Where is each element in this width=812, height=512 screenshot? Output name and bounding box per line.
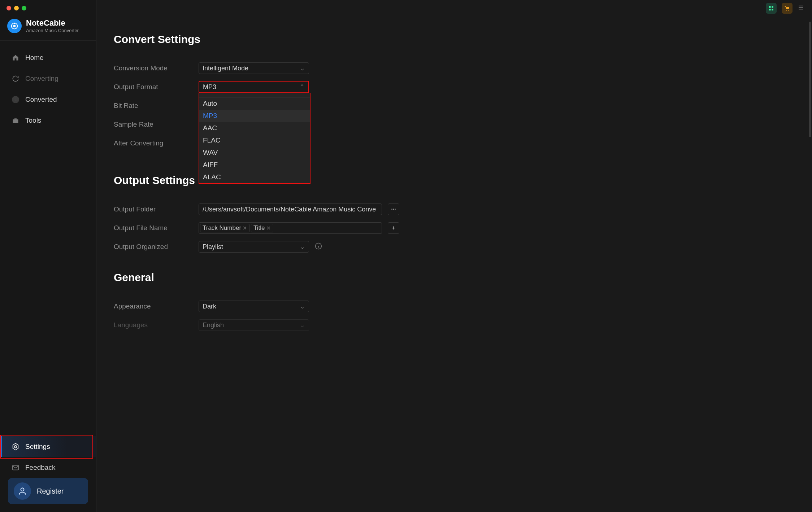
window-maximize-button[interactable] bbox=[22, 6, 26, 10]
select-appearance[interactable]: Dark ⌄ bbox=[199, 301, 309, 312]
dropdown-option-aiff[interactable]: AIFF bbox=[199, 159, 310, 171]
label-bit-rate: Bit Rate bbox=[114, 102, 199, 110]
select-languages[interactable]: English ⌄ bbox=[199, 319, 309, 331]
label-output-folder: Output Folder bbox=[114, 205, 199, 213]
select-conversion-mode[interactable]: Intelligent Mode ⌄ bbox=[199, 62, 309, 74]
titlebar bbox=[96, 0, 812, 17]
label-conversion-mode: Conversion Mode bbox=[114, 64, 199, 72]
chevron-down-icon: ⌄ bbox=[300, 243, 305, 251]
tag-label: Title bbox=[253, 224, 265, 232]
dropdown-option-wav[interactable]: WAV bbox=[199, 146, 310, 159]
menu-button[interactable] bbox=[798, 4, 804, 12]
sidebar-item-label: Converted bbox=[25, 96, 57, 104]
app-subtitle: Amazon Music Converter bbox=[26, 28, 79, 33]
row-output-folder: Output Folder /Users/anvsoft/Documents/N… bbox=[114, 200, 795, 219]
svg-text:L: L bbox=[14, 98, 17, 102]
dropdown-option-alac[interactable]: ALAC bbox=[199, 171, 310, 183]
toolbox-button[interactable] bbox=[766, 3, 777, 14]
sidebar-item-label: Feedback bbox=[25, 464, 55, 472]
home-icon bbox=[11, 53, 20, 62]
label-sample-rate: Sample Rate bbox=[114, 121, 199, 128]
info-icon[interactable] bbox=[315, 242, 322, 251]
sidebar-item-label: Home bbox=[25, 54, 44, 62]
remove-tag-icon[interactable]: ✕ bbox=[266, 225, 271, 231]
filename-tag[interactable]: Track Number✕ bbox=[200, 224, 249, 232]
sidebar-item-converted[interactable]: L Converted bbox=[0, 89, 96, 110]
tag-label: Track Number bbox=[203, 224, 241, 232]
dropdown-output-format: AutoMP3AACFLACWAVAIFFALAC bbox=[199, 93, 311, 184]
scrollbar[interactable] bbox=[809, 22, 811, 505]
browse-folder-button[interactable]: ··· bbox=[388, 204, 399, 215]
svg-rect-13 bbox=[772, 9, 773, 10]
row-output-filename: Output File Name Track Number✕Title✕ + bbox=[114, 219, 795, 237]
select-output-format[interactable]: MP3 ⌃ bbox=[199, 81, 309, 93]
sidebar-item-label: Converting bbox=[25, 75, 58, 83]
chevron-up-icon: ⌃ bbox=[299, 83, 305, 91]
active-indicator bbox=[0, 436, 2, 457]
dropdown-option-aac[interactable]: AAC bbox=[199, 122, 310, 134]
section-general: General bbox=[114, 271, 795, 284]
sidebar-item-feedback[interactable]: Feedback bbox=[0, 457, 96, 478]
add-filename-tag-button[interactable]: + bbox=[388, 222, 399, 234]
svg-rect-4 bbox=[13, 119, 18, 123]
sidebar-nav: Home Converting L Converted Tools bbox=[0, 41, 96, 436]
feedback-icon bbox=[11, 463, 20, 472]
chevron-down-icon: ⌄ bbox=[300, 64, 305, 72]
dropdown-option-mp3[interactable]: MP3 bbox=[199, 110, 310, 122]
register-button[interactable]: Register bbox=[8, 478, 88, 504]
cart-button[interactable] bbox=[782, 3, 793, 14]
settings-content: Convert Settings Conversion Mode Intelli… bbox=[96, 33, 812, 356]
sidebar-item-converting[interactable]: Converting bbox=[0, 68, 96, 89]
label-output-organized: Output Organized bbox=[114, 243, 199, 251]
user-icon bbox=[14, 482, 31, 500]
section-convert-settings: Convert Settings bbox=[114, 33, 795, 45]
sidebar: NoteCable Amazon Music Converter Home Co… bbox=[0, 0, 96, 512]
dropdown-option-auto[interactable]: Auto bbox=[199, 97, 310, 110]
scrollbar-thumb[interactable] bbox=[809, 22, 811, 137]
tools-icon bbox=[11, 116, 20, 125]
svg-rect-5 bbox=[14, 118, 17, 119]
input-output-folder[interactable]: /Users/anvsoft/Documents/NoteCable Amazo… bbox=[199, 204, 382, 215]
remove-tag-icon[interactable]: ✕ bbox=[243, 225, 247, 231]
ellipsis-icon: ··· bbox=[391, 206, 396, 213]
label-after-converting: After Converting bbox=[114, 139, 199, 147]
select-value: Intelligent Mode bbox=[203, 65, 248, 72]
svg-point-7 bbox=[14, 446, 17, 448]
select-value: MP3 bbox=[203, 83, 216, 91]
svg-point-15 bbox=[788, 10, 789, 10]
label-output-format: Output Format bbox=[114, 83, 199, 91]
svg-point-9 bbox=[21, 488, 24, 491]
app-window: NoteCable Amazon Music Converter Home Co… bbox=[0, 0, 812, 512]
input-value: /Users/anvsoft/Documents/NoteCable Amazo… bbox=[203, 206, 376, 213]
window-controls bbox=[0, 0, 96, 17]
sidebar-item-home[interactable]: Home bbox=[0, 47, 96, 68]
register-label: Register bbox=[37, 487, 64, 495]
brand-header: NoteCable Amazon Music Converter bbox=[0, 17, 96, 41]
select-output-organized[interactable]: Playlist ⌄ bbox=[199, 241, 309, 253]
divider bbox=[114, 50, 795, 50]
window-minimize-button[interactable] bbox=[14, 6, 19, 10]
window-close-button[interactable] bbox=[6, 6, 11, 10]
input-output-filename[interactable]: Track Number✕Title✕ bbox=[199, 222, 382, 234]
filename-tag[interactable]: Title✕ bbox=[251, 224, 273, 232]
sidebar-item-label: Tools bbox=[25, 117, 41, 124]
label-languages: Languages bbox=[114, 321, 199, 329]
converting-icon bbox=[11, 74, 20, 83]
app-logo-icon bbox=[7, 19, 22, 33]
divider bbox=[114, 288, 795, 288]
dropdown-option-flac[interactable]: FLAC bbox=[199, 134, 310, 146]
select-value: Playlist bbox=[203, 243, 223, 251]
sidebar-item-settings[interactable]: Settings bbox=[0, 436, 96, 457]
label-output-filename: Output File Name bbox=[114, 224, 199, 232]
settings-icon bbox=[11, 442, 20, 451]
plus-icon: + bbox=[392, 225, 395, 231]
select-value: English bbox=[203, 321, 224, 329]
svg-rect-10 bbox=[769, 6, 771, 8]
chevron-down-icon: ⌄ bbox=[300, 302, 305, 310]
select-value: Dark bbox=[203, 303, 216, 310]
row-languages: Languages English ⌄ bbox=[114, 316, 795, 334]
row-output-organized: Output Organized Playlist ⌄ bbox=[114, 237, 795, 256]
app-title: NoteCable bbox=[26, 19, 79, 27]
sidebar-item-tools[interactable]: Tools bbox=[0, 110, 96, 131]
svg-marker-6 bbox=[13, 443, 18, 450]
